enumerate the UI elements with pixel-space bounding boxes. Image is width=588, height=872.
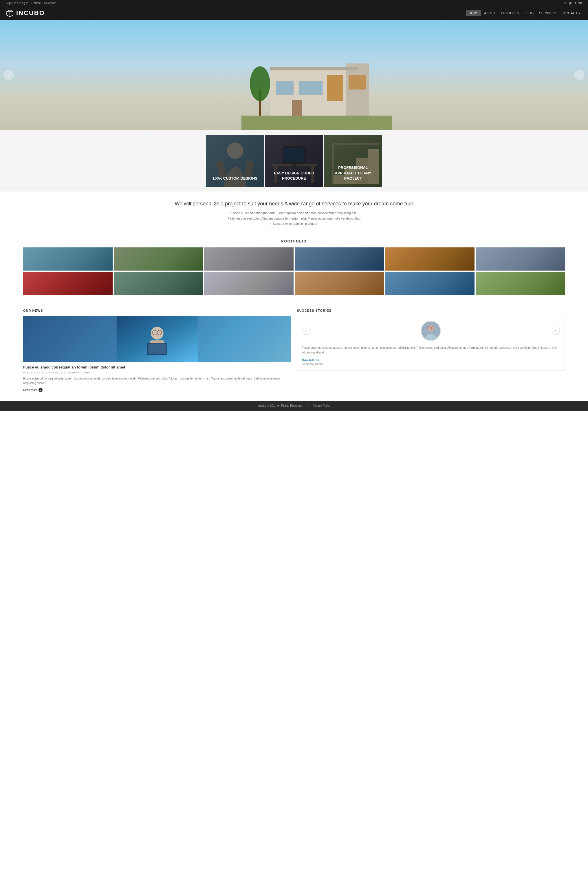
nav-contacts[interactable]: CONTACTS — [559, 10, 582, 16]
list-item[interactable] — [23, 247, 112, 271]
read-more-arrow-icon: ▶ — [39, 388, 42, 392]
list-item[interactable] — [204, 247, 294, 271]
footer-divider: | — [307, 404, 308, 407]
portfolio-thumb-8 — [114, 272, 203, 295]
feature-card-3-text: PROFESSIONAL APPROACH TO ANY PROJECT — [324, 165, 382, 181]
footer-privacy-link[interactable]: Privacy Policy — [312, 404, 330, 407]
logo-cube-icon — [6, 9, 14, 17]
news-title: Fusce euismod consequat an torem ipsum d… — [23, 365, 291, 369]
svg-point-14 — [250, 66, 270, 101]
hero-prev-button[interactable]: ‹ — [3, 70, 14, 80]
svg-rect-7 — [276, 81, 294, 95]
portfolio-section: PORTFOLIO — [0, 233, 588, 303]
list-item[interactable] — [295, 247, 384, 271]
svg-point-40 — [428, 325, 434, 332]
news-photo — [23, 316, 291, 362]
read-more-link[interactable]: Read more ▶ — [23, 388, 291, 392]
stories-author-company: Company Name — [302, 362, 560, 365]
feature-card-2[interactable]: EASY DESIGN ORDER PROCEDURE — [265, 135, 323, 187]
skype-icon[interactable]: ☎ — [578, 1, 582, 5]
svg-rect-8 — [299, 81, 322, 95]
avatar-image — [422, 321, 440, 341]
footer: Incubo © 2014 All Rights Reserved | Priv… — [0, 401, 588, 411]
portfolio-thumb-12 — [476, 272, 565, 295]
footer-copyright: Incubo © 2014 All Rights Reserved — [257, 404, 302, 407]
list-item[interactable] — [476, 272, 565, 295]
list-item[interactable] — [114, 272, 203, 295]
portfolio-thumb-5 — [385, 247, 474, 271]
stories-heading: SUCCESS STORIES — [297, 309, 565, 312]
bottom-two-col: OUR NEWS — [0, 303, 588, 401]
stories-prev-button[interactable]: ‹ — [302, 327, 310, 335]
nav-blog[interactable]: BLOG — [522, 10, 536, 16]
stories-section: SUCCESS STORIES ‹ › Fusce eu — [297, 309, 565, 392]
news-meta: POSTED ON OCTOBER 06, 2014 BY DEMO USER — [23, 371, 291, 374]
news-section: OUR NEWS — [23, 309, 291, 392]
list-item[interactable] — [295, 272, 384, 295]
hero-background — [0, 20, 588, 130]
hero-slider: ‹ › — [0, 20, 588, 130]
features-section: 100% CUSTOM DESIGNS EASY DESIGN ORDER PR… — [0, 130, 588, 191]
logo[interactable]: INCUBO — [6, 9, 45, 17]
nav-services[interactable]: SERVICES — [537, 10, 558, 16]
logo-text: INCUBO — [16, 9, 45, 17]
stories-navigation: ‹ › — [302, 321, 560, 341]
google-plus-icon[interactable]: g+ — [569, 1, 573, 5]
tagline-section: We will personalize a project to suit yo… — [0, 191, 588, 233]
nav-home[interactable]: HOME — [466, 10, 481, 16]
svg-rect-10 — [349, 75, 366, 90]
portfolio-thumb-10 — [295, 272, 384, 295]
top-bar-links: Sign Up or Log In Donate Calendar — [6, 2, 58, 5]
top-bar-social: 𝕏 g+ f ☎ — [564, 1, 582, 5]
svg-rect-4 — [242, 116, 392, 130]
stories-quote: Fusce euismod consequat ante. Lorem ipsu… — [302, 346, 560, 355]
feature-card-1[interactable]: 100% CUSTOM DESIGNS — [206, 135, 264, 187]
feature-card-1-text: 100% CUSTOM DESIGNS — [206, 176, 264, 181]
stories-card: ‹ › Fusce euismod consequat ante. Lorem … — [297, 316, 565, 371]
hero-next-button[interactable]: › — [574, 70, 585, 80]
portfolio-thumb-4 — [295, 247, 384, 271]
portfolio-thumb-9 — [204, 272, 294, 295]
feature-card-2-text: EASY DESIGN ORDER PROCEDURE — [265, 171, 323, 181]
nav-projects[interactable]: PROJECTS — [499, 10, 522, 16]
header: INCUBO HOME ABOUT PROJECTS BLOG SERVICES… — [0, 6, 588, 20]
list-item[interactable] — [23, 272, 112, 295]
stories-author-name: Dan Adams — [302, 358, 560, 362]
portfolio-thumb-6 — [476, 247, 565, 271]
svg-rect-9 — [327, 75, 343, 101]
top-bar: Sign Up or Log In Donate Calendar 𝕏 g+ f… — [0, 0, 588, 6]
avatar — [421, 321, 441, 341]
stories-next-button[interactable]: › — [552, 327, 560, 335]
list-item[interactable] — [385, 272, 474, 295]
nav-about[interactable]: ABOUT — [482, 10, 498, 16]
news-heading: OUR NEWS — [23, 309, 291, 312]
read-more-text: Read more — [23, 388, 38, 392]
portfolio-thumb-2 — [114, 247, 203, 271]
main-nav: HOME ABOUT PROJECTS BLOG SERVICES CONTAC… — [466, 10, 582, 16]
svg-rect-11 — [292, 100, 302, 116]
list-item[interactable] — [476, 247, 565, 271]
list-item[interactable] — [204, 272, 294, 295]
list-item[interactable] — [385, 247, 474, 271]
portfolio-grid — [23, 247, 565, 295]
news-image — [23, 316, 291, 362]
portfolio-thumb-1 — [23, 247, 112, 271]
topbar-donate-link[interactable]: Donate — [32, 2, 41, 5]
svg-rect-12 — [270, 67, 358, 71]
feature-card-3[interactable]: PROFESSIONAL APPROACH TO ANY PROJECT — [324, 135, 382, 187]
hero-house-illustration — [242, 46, 392, 130]
svg-rect-35 — [148, 344, 166, 354]
portfolio-thumb-3 — [204, 247, 294, 271]
tagline-heading: We will personalize a project to suit yo… — [29, 201, 559, 207]
facebook-icon[interactable]: f — [575, 1, 576, 5]
portfolio-heading: PORTFOLIO — [23, 239, 565, 244]
topbar-calendar-link[interactable]: Calendar — [44, 2, 56, 5]
list-item[interactable] — [114, 247, 203, 271]
topbar-signup-link[interactable]: Sign Up or Log In — [6, 2, 28, 5]
portfolio-thumb-7 — [23, 272, 112, 295]
portfolio-thumb-11 — [385, 272, 474, 295]
tagline-body: Fusce euismod consequat ante. Lorem ipsu… — [228, 210, 361, 227]
twitter-icon[interactable]: 𝕏 — [564, 1, 567, 5]
news-body: Fusce euismod consequat ante. Lorem ipsu… — [23, 376, 291, 386]
